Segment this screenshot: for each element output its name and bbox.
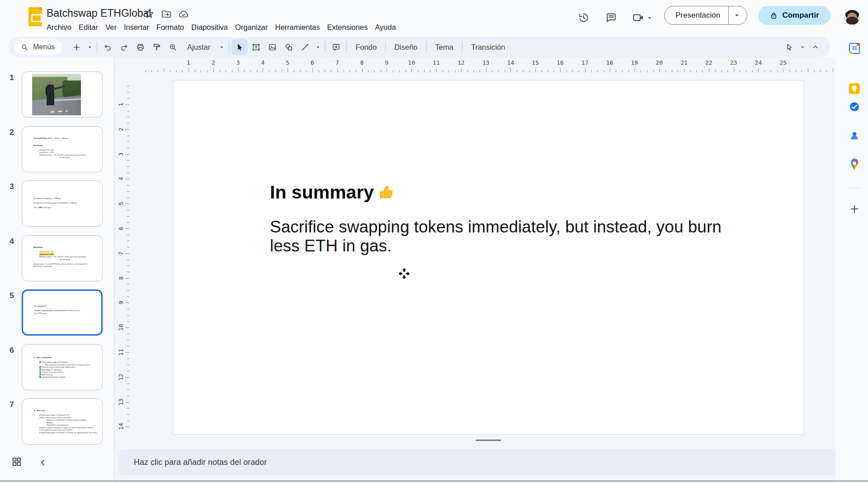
google-tasks-icon[interactable] — [849, 101, 860, 112]
ruler-label: 6 — [118, 223, 124, 233]
version-history-icon[interactable] — [577, 11, 590, 24]
thumbs-up-emoji — [378, 184, 395, 201]
ruler-label: 20 — [656, 59, 663, 66]
thumbs-up-icon — [44, 305, 46, 307]
main-toolbar: Menús Ajustar — [8, 37, 830, 57]
ruler-label: 1 — [187, 59, 190, 66]
ruler-label: 11 — [118, 347, 124, 357]
toolbar-separator — [346, 42, 347, 52]
ruler-label: 10 — [408, 59, 415, 66]
get-addons-button[interactable] — [849, 204, 860, 214]
menu-formato[interactable]: Formato — [153, 22, 188, 33]
grid-view-button[interactable] — [11, 456, 24, 469]
slide-thumbnail-3[interactable]: 50 addresses swapping -> 5.9M gas50 addr… — [22, 180, 103, 227]
google-keep-icon[interactable] — [849, 83, 860, 94]
notes-resize-handle[interactable] — [476, 440, 501, 441]
ruler-label: 12 — [118, 372, 124, 382]
menu-editar[interactable]: Editar — [75, 22, 102, 33]
slide-body-text[interactable]: Sacrifice swapping tokens immediately, b… — [270, 218, 722, 256]
ruler-label: 25 — [779, 59, 787, 66]
insert-line-button[interactable] — [297, 39, 313, 55]
transition-button[interactable]: Transición — [465, 43, 512, 52]
check-green-icon — [39, 366, 41, 368]
text-box-button[interactable] — [248, 39, 264, 55]
menu-ayuda[interactable]: Ayuda — [371, 22, 400, 33]
slide-number: 5 — [6, 291, 17, 300]
app-header: Batchswap ETHGlobal ArchivoEditarVerInse… — [0, 0, 868, 35]
slide-thumbnail-2[interactable]: UniswapV2 Swap (ETH → Token): ~118k gasB… — [22, 126, 103, 172]
theme-button[interactable]: Tema — [429, 43, 460, 52]
ruler-label: 1 — [118, 99, 124, 109]
new-slide-button[interactable] — [68, 39, 85, 55]
menu-archivo[interactable]: Archivo — [43, 22, 75, 33]
line-options-caret[interactable] — [313, 39, 323, 55]
slide-number: 7 — [6, 400, 17, 409]
menu-herramientas[interactable]: Herramientas — [271, 22, 323, 33]
move-folder-icon[interactable] — [161, 9, 172, 19]
check-green-icon — [39, 369, 41, 370]
background-button[interactable]: Fondo — [349, 43, 383, 52]
ruler-label: 7 — [118, 248, 124, 258]
menu-ver[interactable]: Ver — [102, 22, 120, 33]
slide-number: 1 — [6, 73, 17, 82]
ruler-label: 5 — [286, 59, 289, 66]
zoom-icon[interactable] — [165, 39, 181, 55]
slide-thumbnail-1[interactable] — [22, 71, 103, 118]
slide-number: 6 — [6, 346, 17, 355]
comments-icon[interactable] — [605, 11, 618, 24]
slide-thumbnail-6[interactable]: Done in HackathonExplored gas usage of u… — [22, 344, 103, 390]
ruler-label: 14 — [507, 59, 514, 66]
search-menus-button[interactable]: Menús — [14, 39, 62, 55]
collapse-filmstrip-chevron[interactable] — [38, 458, 48, 468]
insert-shape-button[interactable] — [280, 39, 297, 55]
star-icon[interactable] — [144, 9, 155, 19]
rocket-icon — [33, 410, 35, 412]
select-tool-button[interactable] — [231, 39, 248, 55]
rail-divider — [848, 188, 861, 188]
check-green-icon — [39, 361, 41, 363]
paint-format-icon[interactable] — [148, 39, 165, 55]
slide-thumbnail-5[interactable]: In summary Sacrifice swapping tokens imm… — [22, 289, 103, 336]
present-button[interactable]: Presentación — [665, 6, 728, 24]
fit-zoom-caret[interactable] — [217, 39, 226, 55]
ruler-label: 13 — [482, 59, 490, 66]
slide-canvas[interactable]: In summary Sacrifice swapping tokens imm… — [173, 80, 804, 435]
menu-diapositiva[interactable]: Diapositiva — [188, 22, 231, 33]
cloud-saved-icon[interactable] — [178, 9, 189, 19]
meet-camera-icon[interactable] — [632, 11, 645, 24]
menu-organizar[interactable]: Organizar — [231, 22, 271, 33]
account-avatar[interactable] — [844, 10, 860, 26]
menu-insertar[interactable]: Insertar — [120, 22, 153, 33]
share-button[interactable]: Compartir — [758, 6, 830, 25]
ruler-label: 9 — [118, 298, 124, 308]
toolbar-separator — [325, 42, 326, 52]
menu-extensiones[interactable]: Extensiones — [324, 22, 372, 33]
toolbar-separator — [229, 42, 229, 52]
horizontal-ruler: 1234567891011121314151617181920212223242… — [114, 59, 835, 72]
pointer-tool-icon[interactable] — [781, 39, 797, 55]
collapse-toolbar-icon[interactable] — [807, 39, 824, 55]
new-slide-caret[interactable] — [85, 39, 94, 55]
google-calendar-icon[interactable]: 31 — [849, 43, 860, 54]
fit-zoom-button[interactable]: Ajustar — [181, 43, 217, 52]
print-button[interactable] — [132, 39, 148, 55]
filmstrip: 12UniswapV2 Swap (ETH → Token): ~118k ga… — [0, 57, 114, 483]
google-maps-icon[interactable] — [850, 158, 859, 170]
add-comment-button[interactable] — [328, 39, 344, 55]
layout-button[interactable]: Diseño — [388, 43, 424, 52]
google-slides-logo-icon[interactable] — [28, 7, 42, 26]
vertical-ruler: 1234567891011121314 — [116, 57, 129, 446]
present-options-caret[interactable] — [728, 6, 747, 24]
redo-button[interactable] — [116, 39, 132, 55]
document-title[interactable]: Batchswap ETHGlobal — [47, 6, 151, 20]
slide-title-textbox[interactable]: In summary — [270, 182, 395, 203]
pointer-options-caret[interactable] — [797, 39, 807, 55]
ruler-label: 14 — [118, 421, 124, 431]
slide-thumbnail-7[interactable]: Next steps● Explore gas usage in Uniswap… — [22, 398, 103, 445]
speaker-notes-input[interactable]: Haz clic para añadir notas del orador — [119, 449, 839, 475]
insert-image-button[interactable] — [264, 39, 280, 55]
google-contacts-icon[interactable] — [849, 130, 860, 141]
meet-dropdown-icon[interactable] — [646, 15, 659, 28]
undo-button[interactable] — [99, 39, 116, 55]
slide-thumbnail-4[interactable]: BatchSwap:Deposit ETH: ~54kSwap batch: ~… — [22, 235, 103, 281]
